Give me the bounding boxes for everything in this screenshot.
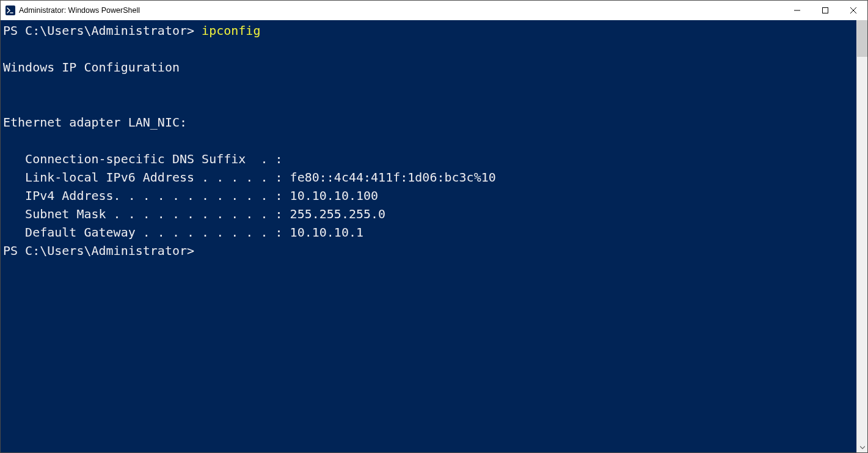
client-area: PS C:\Users\Administrator> ipconfig Wind… — [1, 20, 867, 452]
window-controls — [783, 1, 867, 20]
output-line: Subnet Mask . . . . . . . . . . . : 255.… — [3, 207, 385, 221]
minimize-button[interactable] — [783, 1, 811, 20]
scroll-down-arrow-icon[interactable] — [857, 442, 867, 452]
scrollbar-thumb[interactable] — [857, 20, 867, 57]
terminal-output[interactable]: PS C:\Users\Administrator> ipconfig Wind… — [1, 20, 856, 452]
maximize-button[interactable] — [811, 1, 839, 20]
output-line: IPv4 Address. . . . . . . . . . . : 10.1… — [3, 188, 378, 203]
powershell-icon — [5, 6, 15, 15]
close-button[interactable] — [839, 1, 867, 20]
powershell-window: Administrator: Windows PowerShell PS C:\… — [0, 0, 868, 453]
output-line: Windows IP Configuration — [3, 60, 180, 75]
output-line: Ethernet adapter LAN_NIC: — [3, 115, 187, 130]
window-title: Administrator: Windows PowerShell — [19, 6, 783, 15]
prompt-line: PS C:\Users\Administrator> — [3, 23, 202, 38]
prompt-line: PS C:\Users\Administrator> — [3, 243, 194, 258]
command-text: ipconfig — [202, 23, 260, 38]
output-line: Link-local IPv6 Address . . . . . : fe80… — [3, 170, 496, 185]
titlebar[interactable]: Administrator: Windows PowerShell — [1, 1, 867, 20]
vertical-scrollbar[interactable] — [856, 20, 867, 452]
output-line: Connection-specific DNS Suffix . : — [3, 152, 283, 166]
output-line: Default Gateway . . . . . . . . . : 10.1… — [3, 225, 363, 240]
svg-rect-0 — [5, 6, 15, 15]
svg-rect-3 — [823, 8, 828, 13]
